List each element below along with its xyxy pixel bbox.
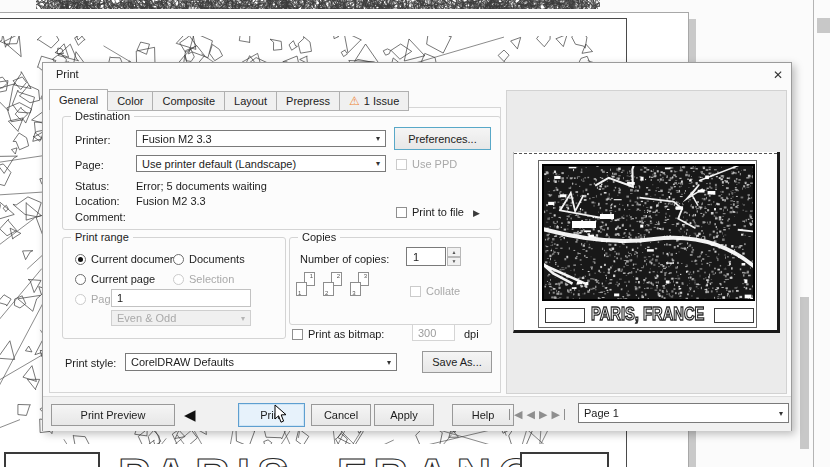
- apply-button[interactable]: Apply: [374, 404, 434, 426]
- copies-stepper[interactable]: 1 ▲ ▼: [406, 247, 461, 266]
- print-preview-button[interactable]: Print Preview: [51, 404, 175, 426]
- print-style-label: Print style:: [65, 357, 116, 369]
- checkbox-icon: [410, 286, 421, 297]
- expand-arrow-icon[interactable]: ▶: [473, 208, 480, 218]
- radio-icon: [75, 254, 86, 265]
- destination-legend: Destination: [71, 110, 134, 122]
- pages-input[interactable]: 1: [111, 289, 251, 307]
- warning-icon: ⚠: [349, 95, 360, 107]
- radio-icon: [173, 274, 184, 285]
- page-navigation: ◀ ◀ ▶ ▶: [509, 408, 565, 421]
- radio-documents[interactable]: Documents: [173, 253, 245, 265]
- radio-icon: [75, 294, 86, 305]
- location-label: Location:: [75, 195, 120, 207]
- page-orientation-select[interactable]: Use printer default (Landscape) ▾: [136, 155, 386, 172]
- scrollbar-thumb[interactable]: [800, 297, 809, 449]
- save-as-button[interactable]: Save As...: [422, 351, 492, 373]
- checkbox-icon: [396, 207, 407, 218]
- dpi-input: 300: [412, 324, 455, 341]
- stencil-bar-right: [520, 452, 609, 467]
- tab-issues[interactable]: ⚠ 1 Issue: [340, 91, 409, 111]
- page-label: Page:: [75, 159, 104, 171]
- tab-general[interactable]: General: [49, 89, 108, 111]
- page-select[interactable]: Page 1 ▾: [578, 403, 789, 423]
- preview-stencil-text: PARIS, FRANCE: [591, 304, 704, 324]
- printer-select[interactable]: Fusion M2 3.3 ▾: [136, 130, 386, 147]
- copies-group: Copies Number of copies: 1 ▲ ▼ 1 1 2: [289, 237, 492, 325]
- tab-composite[interactable]: Composite: [153, 91, 225, 111]
- background-map-fragment: [36, 0, 600, 9]
- document-stencil-text: PARIS, FRANCE: [118, 448, 579, 467]
- preview-map-image: [542, 164, 755, 301]
- print-style-select[interactable]: CorelDRAW Defaults ▾: [125, 353, 397, 371]
- stencil-bar-left: [4, 452, 100, 467]
- chevron-down-icon: ▾: [779, 409, 783, 418]
- print-as-bitmap-checkbox[interactable]: Print as bitmap:: [292, 328, 384, 340]
- print-preview-panel: PARIS, FRANCE: [506, 90, 787, 394]
- checkbox-icon: [292, 329, 303, 340]
- tab-page-general: Destination Printer: Fusion M2 3.3 ▾ Pre…: [49, 107, 501, 393]
- chevron-down-icon: ▾: [376, 159, 380, 168]
- mouse-cursor: [274, 404, 290, 424]
- document-title-text: PARIS, FRANCE: [0, 446, 622, 467]
- collate-pages-icon: 1 1 2 2 3 3: [296, 272, 374, 298]
- chevron-down-icon: ▾: [241, 314, 245, 323]
- tab-bar: General Color Composite Layout Prepress …: [49, 89, 409, 111]
- printable-area-boundary: [514, 153, 777, 154]
- copies-legend: Copies: [298, 231, 340, 243]
- tab-layout[interactable]: Layout: [225, 91, 277, 111]
- preferences-button[interactable]: Preferences...: [394, 127, 491, 150]
- close-icon[interactable]: ✕: [769, 67, 787, 83]
- radio-current-document[interactable]: Current document: [75, 253, 179, 265]
- collate-pair-1: 1 1: [296, 272, 315, 296]
- location-value: Fusion M2 3.3: [136, 195, 206, 207]
- panel-divider: [813, 0, 814, 467]
- scrollbar-thumb-top[interactable]: [817, 18, 830, 33]
- radio-current-page[interactable]: Current page: [75, 273, 155, 285]
- dialog-title: Print: [56, 68, 79, 80]
- collate-pair-2: 2 2: [323, 272, 342, 296]
- help-button[interactable]: Help: [452, 404, 514, 426]
- stencil-bar-right: [714, 308, 754, 323]
- even-odd-select: Even & Odd ▾: [111, 310, 251, 326]
- print-dialog: Print ✕ General Color Composite Layout P…: [42, 62, 792, 431]
- number-of-copies-label: Number of copies:: [300, 253, 389, 265]
- first-page-icon[interactable]: ◀: [514, 408, 522, 421]
- preview-page: PARIS, FRANCE: [513, 152, 780, 333]
- collapse-preview-icon[interactable]: ◀: [184, 406, 196, 424]
- tab-color[interactable]: Color: [108, 91, 153, 111]
- print-button[interactable]: Print: [238, 403, 305, 427]
- printer-label: Printer:: [75, 134, 110, 146]
- destination-group: Destination Printer: Fusion M2 3.3 ▾ Pre…: [62, 116, 501, 230]
- dpi-unit-label: dpi: [464, 328, 479, 340]
- chevron-down-icon: ▾: [376, 134, 380, 143]
- last-page-icon[interactable]: ▶: [551, 408, 559, 421]
- chevron-down-icon: ▾: [387, 358, 391, 367]
- comment-label: Comment:: [75, 211, 126, 223]
- checkbox-icon: [396, 159, 407, 170]
- print-to-file-checkbox[interactable]: Print to file: [396, 206, 464, 218]
- next-page-icon[interactable]: ▶: [539, 408, 547, 421]
- preview-artwork-frame: PARIS, FRANCE: [538, 160, 757, 328]
- tab-prepress[interactable]: Prepress: [277, 91, 340, 111]
- print-range-group: Print range Current document Documents C…: [62, 237, 286, 339]
- collate-checkbox: Collate: [410, 285, 460, 297]
- preview-title-strip: PARIS, FRANCE: [539, 305, 756, 323]
- prev-page-icon[interactable]: ◀: [526, 408, 534, 421]
- collate-pair-3: 3 3: [350, 272, 369, 296]
- status-value: Error; 5 documents waiting: [136, 180, 267, 192]
- use-ppd-checkbox[interactable]: Use PPD: [396, 158, 457, 170]
- app-screen: PARIS, FRANCE Print ✕ General Color Comp…: [0, 0, 830, 467]
- radio-icon: [75, 274, 86, 285]
- status-label: Status:: [75, 180, 109, 192]
- stencil-bar-left: [545, 308, 585, 323]
- cancel-button[interactable]: Cancel: [311, 404, 371, 426]
- print-range-legend: Print range: [71, 231, 133, 243]
- copies-value[interactable]: 1: [406, 247, 446, 266]
- spinner-buttons[interactable]: ▲ ▼: [447, 247, 461, 266]
- radio-icon: [173, 254, 184, 265]
- spinner-up-icon[interactable]: ▲: [447, 247, 461, 257]
- spinner-down-icon[interactable]: ▼: [447, 257, 461, 267]
- radio-selection: Selection: [173, 273, 234, 285]
